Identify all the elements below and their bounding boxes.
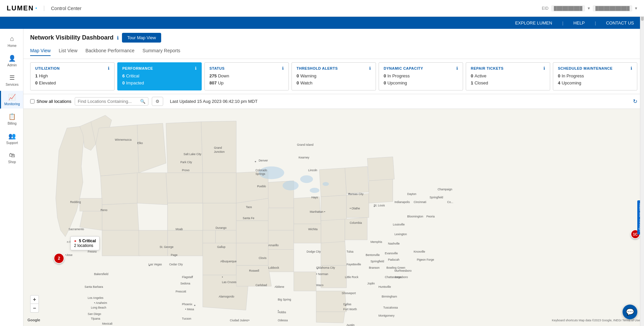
north-dakota-state (166, 122, 203, 173)
city-park-city: Park City (180, 160, 192, 164)
status-up-num: 807 (209, 80, 217, 87)
sidebar-item-services[interactable]: ☰ Services (0, 71, 23, 89)
new-jersey-state (346, 193, 369, 217)
chat-button[interactable]: 💬 (623, 305, 637, 319)
map-area[interactable]: Redding Sacramento n Fra... •Jose Fresno… (23, 109, 644, 326)
zoom-in-button[interactable]: + (30, 295, 39, 304)
sidebar-label-admin: Admin (7, 63, 17, 67)
sidebar-item-home[interactable]: ⌂ Home (0, 32, 23, 50)
dynamic-row-2: 0 Upcoming (384, 80, 458, 87)
city-roswell: Roswell (249, 269, 259, 272)
stat-card-scheduled[interactable]: SCHEDULED MAINTENANCE ℹ 0 In Progress 4 … (553, 62, 637, 90)
eid-value-2[interactable]: ████████████ (593, 5, 632, 11)
stat-card-performance[interactable]: PERFORMANCE ℹ 6 Critical 0 Impacted (117, 62, 202, 90)
city-san-diego: San Diego (88, 312, 101, 316)
stat-card-utilization-header: UTILIZATION ℹ (35, 66, 110, 71)
eid-value-1[interactable]: ██████████ (551, 5, 585, 11)
tab-map-view[interactable]: Map View (30, 46, 51, 56)
stat-card-threshold[interactable]: THRESHOLD ALERTS ℹ 0 Warning 0 Watch (292, 62, 376, 90)
city-reno: Reno (101, 208, 108, 212)
city-st-george: St. George (159, 245, 174, 248)
city-amarillo: Amarillo (268, 244, 279, 247)
city-pueblo: Pueblo (257, 184, 266, 188)
search-box[interactable]: 🔍 (75, 97, 148, 106)
city-norman: • Norman (316, 272, 328, 275)
city-nashville: Nashville (388, 242, 400, 245)
contact-us-link[interactable]: CONTACT US (606, 20, 634, 25)
filter-button[interactable]: ⚙ (152, 97, 163, 106)
stat-card-status[interactable]: STATUS ℹ 275 Down 807 Up (204, 62, 289, 90)
city-santa-barbara: Santa Barbara (84, 285, 103, 288)
tab-summary[interactable]: Summary Reports (142, 46, 180, 56)
city-murfreesboro: Murfreesboro (394, 269, 411, 272)
stat-card-repair[interactable]: REPAIR TICKETS ℹ 0 Active 1 Closed (466, 62, 550, 90)
dynamic-inprogress-num: 0 (384, 73, 386, 80)
mississippi-state (236, 243, 268, 265)
performance-info-icon[interactable]: ℹ (195, 66, 197, 71)
nevada-n-state (80, 198, 102, 211)
city-springfield-oh: Springfield (430, 196, 443, 199)
zoom-out-button[interactable]: − (30, 304, 39, 313)
explore-lumen-link[interactable]: EXPLORE LUMEN (515, 20, 552, 25)
tab-list-view[interactable]: List View (59, 46, 77, 56)
city-pigeon-forge: Pigeon Forge (417, 258, 434, 261)
eid-section: EID ██████████ ▾ ████████████ ▾ (542, 5, 637, 11)
city-sacramento: Sacramento (69, 227, 84, 231)
tour-map-button[interactable]: Tour Map View (122, 33, 162, 43)
tab-backbone[interactable]: Backbone Performance (85, 46, 134, 56)
eid-dropdown-icon[interactable]: ▾ (588, 6, 590, 11)
refresh-button[interactable]: ↻ (633, 98, 637, 105)
stat-values-dynamic: 0 In Progress 0 Upcoming (384, 73, 458, 87)
city-moab: Moab (176, 227, 183, 231)
billing-icon: 📋 (8, 113, 16, 120)
florida-s-state (316, 312, 345, 323)
status-info-icon[interactable]: ℹ (282, 66, 284, 71)
last-updated-text: Last Updated 15 Aug 2023 06:42:10 pm MDT (170, 99, 630, 104)
search-input[interactable] (78, 99, 138, 104)
city-winnemucca: Winnemucca (115, 138, 132, 141)
scrollbar[interactable] (640, 0, 644, 326)
scheduled-info-icon[interactable]: ℹ (631, 66, 632, 71)
stat-card-dynamic-capacity[interactable]: DYNAMIC CAPACITY ℹ 0 In Progress 0 Upcom… (379, 62, 463, 90)
sidebar-item-support[interactable]: 👥 Support (0, 130, 23, 147)
threshold-warning-num: 0 (297, 73, 299, 80)
dynamic-row-1: 0 In Progress (384, 73, 458, 80)
show-all-checkbox-input[interactable] (30, 99, 35, 104)
georgia-state (294, 272, 316, 291)
stat-card-utilization[interactable]: UTILIZATION ℹ 1 High 0 Elevated (30, 62, 115, 90)
sidebar-item-shop[interactable]: 🛍 Shop (0, 149, 23, 167)
repair-row-2: 1 Closed (471, 80, 545, 87)
dynamic-info-icon[interactable]: ℹ (456, 66, 458, 71)
sidebar-item-monitoring[interactable]: 📈 Monitoring (0, 91, 23, 109)
logo-dot-icon: · (35, 4, 37, 13)
sidebar-label-services: Services (6, 83, 18, 86)
city-st-louis: St. Louis (374, 203, 385, 207)
city-anaheim: • Anaheim (94, 301, 107, 304)
kentucky-state (236, 220, 268, 243)
louisiana-state (236, 265, 271, 286)
maryland-state (345, 217, 367, 240)
search-icon[interactable]: 🔍 (140, 99, 145, 104)
show-all-locations-checkbox[interactable]: Show all locations (30, 99, 71, 104)
city-champaign: Champaign (438, 188, 452, 191)
sidebar-label-home: Home (8, 44, 17, 48)
dashboard-info-icon[interactable]: ℹ (117, 35, 119, 41)
help-link[interactable]: HELP (573, 20, 585, 25)
city-las-cruces: Las Cruces (222, 280, 236, 283)
city-co: Co... (447, 200, 453, 204)
utilization-info-icon[interactable]: ℹ (108, 66, 110, 71)
util-elevated-label: Elevated (39, 80, 56, 87)
montana-state (137, 123, 166, 173)
sidebar-item-billing[interactable]: 📋 Billing (0, 110, 23, 128)
sidebar-item-admin[interactable]: 👤 Admin (0, 52, 23, 70)
eid-label: EID (542, 6, 549, 11)
stat-values-repair: 0 Active 1 Closed (471, 73, 545, 87)
city-fresno: Fresno (88, 250, 97, 253)
kentucky-w-state (294, 224, 321, 243)
new-mexico-state (139, 230, 168, 256)
eid-dropdown-icon-2[interactable]: ▾ (635, 6, 637, 11)
city-prescott: Prescott (176, 290, 186, 293)
repair-info-icon[interactable]: ℹ (543, 66, 545, 71)
threshold-info-icon[interactable]: ℹ (369, 66, 371, 71)
map-marker-sf[interactable]: 2 (54, 253, 64, 264)
